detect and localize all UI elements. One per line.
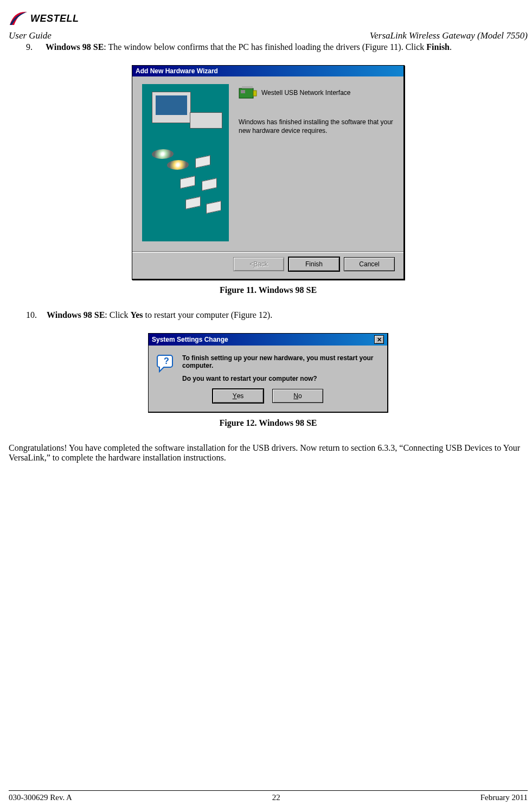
- finish-button[interactable]: Finish: [289, 257, 339, 271]
- dialog-line2: Do you want to restart your computer now…: [182, 375, 381, 382]
- device-name: Westell USB Network Interface: [261, 89, 351, 97]
- no-button[interactable]: No: [272, 389, 323, 403]
- wizard-message: Windows has finished installing the soft…: [239, 118, 394, 135]
- network-card-icon: [239, 85, 257, 100]
- svg-text:?: ?: [164, 356, 169, 366]
- header-left: User Guide: [9, 30, 52, 41]
- footer-right: February 2011: [480, 793, 528, 802]
- svg-rect-2: [253, 91, 257, 96]
- page-header: User Guide VersaLink Wireless Gateway (M…: [9, 30, 528, 41]
- dialog-titlebar: System Settings Change ✕: [149, 334, 387, 346]
- step-9: 9. Windows 98 SE: The window below confi…: [26, 42, 528, 52]
- hardware-wizard-window: Add New Hardware Wizard Westell USB Netw…: [132, 65, 405, 280]
- step-10: 10. Windows 98 SE: Click Yes to restart …: [26, 310, 528, 320]
- footer-center: 22: [272, 793, 280, 802]
- dialog-title-text: System Settings Change: [152, 336, 228, 343]
- footer-left: 030-300629 Rev. A: [9, 793, 72, 802]
- wizard-artwork: [142, 84, 229, 241]
- figure-11: Add New Hardware Wizard Westell USB Netw…: [9, 65, 528, 280]
- congrats-text: Congratulations! You have completed the …: [9, 443, 528, 463]
- close-icon[interactable]: ✕: [374, 335, 384, 344]
- step-9-text: Windows 98 SE: The window below confirms…: [46, 42, 452, 52]
- header-right: VersaLink Wireless Gateway (Model 7550): [370, 30, 528, 41]
- step-9-number: 9.: [26, 42, 36, 52]
- brand-logo: WESTELL: [9, 9, 528, 28]
- step-10-number: 10.: [26, 310, 37, 320]
- cancel-button[interactable]: Cancel: [344, 257, 395, 271]
- restart-dialog: System Settings Change ✕ ? To finish set…: [148, 333, 388, 413]
- dialog-line1: To finish setting up your new hardware, …: [182, 354, 381, 369]
- figure-12-caption: Figure 12. Windows 98 SE: [9, 418, 528, 428]
- swoosh-icon: [9, 9, 28, 28]
- svg-rect-1: [241, 90, 245, 93]
- yes-button[interactable]: Yes: [213, 389, 264, 403]
- question-icon: ?: [156, 354, 175, 373]
- step-10-text: Windows 98 SE: Click Yes to restart your…: [47, 310, 272, 320]
- figure-11-caption: Figure 11. Windows 98 SE: [9, 285, 528, 295]
- figure-12: System Settings Change ✕ ? To finish set…: [9, 333, 528, 413]
- back-button[interactable]: < Back: [233, 257, 284, 271]
- wizard-titlebar: Add New Hardware Wizard: [132, 66, 403, 76]
- page-footer: 030-300629 Rev. A 22 February 2011: [9, 790, 528, 802]
- brand-text: WESTELL: [30, 13, 79, 24]
- svg-rect-3: [242, 86, 253, 88]
- device-row: Westell USB Network Interface: [239, 85, 394, 100]
